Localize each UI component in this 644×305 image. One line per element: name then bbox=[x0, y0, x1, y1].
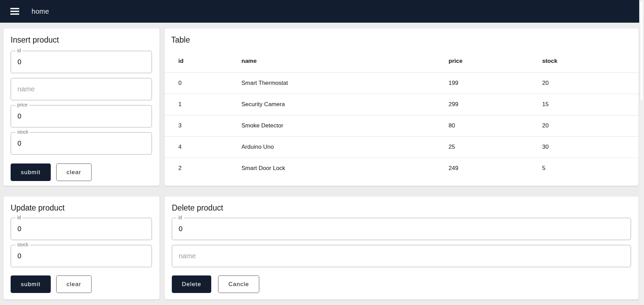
insert-submit-button[interactable]: submit bbox=[11, 163, 51, 181]
insert-name-input[interactable] bbox=[11, 78, 152, 100]
update-submit-button[interactable]: submit bbox=[11, 275, 51, 293]
update-product-card: Update product id stock submit clear bbox=[3, 196, 159, 300]
cell-price: 299 bbox=[449, 94, 542, 115]
hamburger-icon bbox=[10, 7, 19, 16]
cell-id: 3 bbox=[165, 115, 241, 136]
col-header-price: price bbox=[449, 50, 542, 72]
delete-name-input[interactable] bbox=[172, 245, 631, 267]
col-header-stock: stock bbox=[542, 50, 639, 72]
cell-price: 80 bbox=[449, 115, 542, 136]
cell-id: 2 bbox=[165, 158, 241, 179]
cell-stock: 15 bbox=[542, 94, 639, 115]
table-row: 0 Smart Thermostat 199 20 bbox=[165, 72, 639, 94]
delete-id-input[interactable] bbox=[172, 218, 631, 240]
insert-id-input[interactable] bbox=[11, 51, 152, 73]
update-id-input[interactable] bbox=[11, 218, 152, 240]
insert-product-card: Insert product id price stock bbox=[3, 29, 159, 186]
insert-clear-button[interactable]: clear bbox=[56, 163, 92, 181]
delete-card-title: Delete product bbox=[172, 203, 631, 213]
cell-price: 25 bbox=[449, 136, 542, 158]
update-stock-label: stock bbox=[15, 242, 30, 248]
cell-stock: 5 bbox=[542, 158, 639, 179]
cell-name: Smart Thermostat bbox=[241, 72, 449, 94]
vertical-scrollbar-track[interactable] bbox=[639, 0, 644, 305]
update-id-field: id bbox=[11, 218, 152, 240]
update-card-title: Update product bbox=[11, 203, 152, 213]
insert-card-title: Insert product bbox=[11, 35, 152, 45]
table-row: 1 Security Camera 299 15 bbox=[165, 94, 639, 115]
cell-price: 199 bbox=[449, 72, 542, 94]
cell-stock: 20 bbox=[542, 115, 639, 136]
cell-id: 0 bbox=[165, 72, 241, 94]
col-header-name: name bbox=[241, 50, 449, 72]
table-row: 4 Arduino Uno 25 30 bbox=[165, 136, 639, 158]
insert-stock-label: stock bbox=[15, 129, 30, 135]
cell-name: Smart Door Lock bbox=[241, 158, 449, 179]
app-title: home bbox=[32, 8, 49, 15]
vertical-scrollbar-thumb[interactable] bbox=[640, 1, 643, 101]
cell-stock: 20 bbox=[542, 72, 639, 94]
cell-id: 4 bbox=[165, 136, 241, 158]
delete-name-field bbox=[172, 245, 631, 267]
update-id-label: id bbox=[15, 215, 23, 221]
menu-button[interactable] bbox=[8, 4, 21, 19]
delete-id-label: id bbox=[177, 215, 184, 221]
table-row: 2 Smart Door Lock 249 5 bbox=[165, 158, 639, 179]
cell-name: Arduino Uno bbox=[241, 136, 449, 158]
table-card-title: Table bbox=[165, 35, 639, 45]
products-table: id name price stock 0 Smart Thermostat 1… bbox=[165, 50, 639, 179]
products-table-card: Table id name price stock bbox=[165, 29, 639, 186]
cell-price: 249 bbox=[449, 158, 542, 179]
insert-stock-field: stock bbox=[11, 132, 152, 155]
insert-id-field: id bbox=[11, 51, 152, 73]
insert-id-label: id bbox=[15, 48, 23, 54]
delete-button[interactable]: Delete bbox=[172, 275, 211, 293]
cell-stock: 30 bbox=[542, 136, 639, 158]
cell-name: Smoke Detector bbox=[241, 115, 449, 136]
insert-stock-input[interactable] bbox=[11, 132, 152, 155]
cell-id: 1 bbox=[165, 94, 241, 115]
insert-name-field bbox=[11, 78, 152, 100]
insert-price-input[interactable] bbox=[11, 105, 152, 127]
cell-name: Security Camera bbox=[241, 94, 449, 115]
update-stock-field: stock bbox=[11, 245, 152, 267]
delete-product-card: Delete product id Delete Cancle bbox=[165, 196, 639, 300]
page-content: Insert product id price stock bbox=[0, 23, 639, 300]
update-clear-button[interactable]: clear bbox=[56, 275, 92, 293]
table-header-row: id name price stock bbox=[165, 50, 639, 72]
insert-price-label: price bbox=[15, 102, 29, 108]
insert-price-field: price bbox=[11, 105, 152, 127]
cancel-button[interactable]: Cancle bbox=[218, 275, 259, 293]
update-stock-input[interactable] bbox=[11, 245, 152, 267]
app-root: home Insert product id price bbox=[0, 0, 639, 300]
table-row: 3 Smoke Detector 80 20 bbox=[165, 115, 639, 136]
app-bar: home bbox=[0, 0, 639, 23]
col-header-id: id bbox=[165, 50, 241, 72]
delete-id-field: id bbox=[172, 218, 631, 240]
